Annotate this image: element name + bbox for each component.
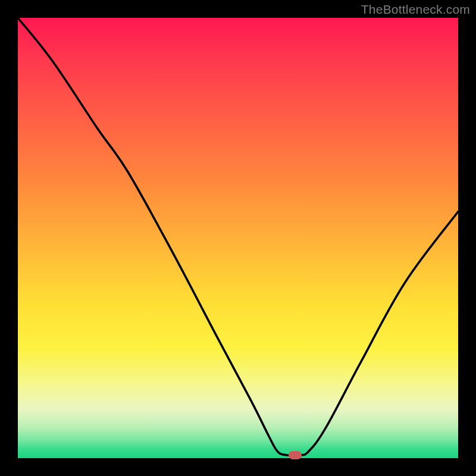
watermark-text: TheBottleneck.com [361,2,470,17]
curve-line [18,18,458,456]
bottleneck-chart: TheBottleneck.com [0,0,476,476]
plot-area [18,18,458,458]
curve-svg [18,18,458,458]
optimal-marker [289,451,302,459]
